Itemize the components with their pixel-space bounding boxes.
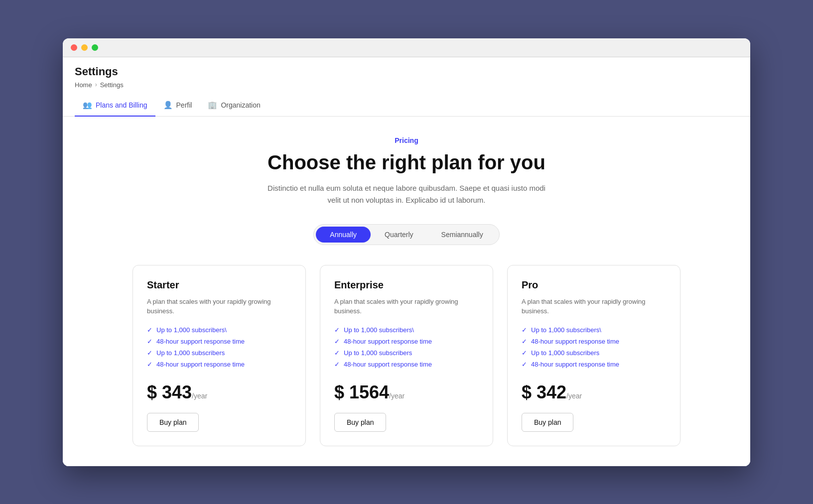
starter-price-period: /year <box>192 392 207 400</box>
enterprise-feature-3: ✓ Up to 1,000 subscribers <box>334 349 479 357</box>
enterprise-feature-1: ✓ Up to 1,000 subscribers\ <box>334 326 479 334</box>
pro-feature-1: ✓ Up to 1,000 subscribers\ <box>522 326 666 334</box>
breadcrumb-separator: › <box>95 81 97 88</box>
check-icon-e4: ✓ <box>334 361 340 368</box>
enterprise-feature-2: ✓ 48-hour support response time <box>334 338 479 345</box>
plans-grid: Starter A plan that scales with your rap… <box>133 265 680 446</box>
close-button[interactable] <box>71 44 77 51</box>
plan-card-pro: Pro A plan that scales with your rapidly… <box>507 265 680 446</box>
check-icon-e3: ✓ <box>334 349 340 357</box>
minimize-button[interactable] <box>81 44 88 51</box>
breadcrumb-home[interactable]: Home <box>75 81 92 89</box>
enterprise-features: ✓ Up to 1,000 subscribers\ ✓ 48-hour sup… <box>334 326 479 368</box>
enterprise-desc: A plan that scales with your rapidly gro… <box>334 297 479 316</box>
check-icon-2: ✓ <box>147 338 152 345</box>
starter-name: Starter <box>147 279 291 291</box>
titlebar <box>63 38 750 57</box>
enterprise-feature-4: ✓ 48-hour support response time <box>334 361 479 368</box>
starter-desc: A plan that scales with your rapidly gro… <box>147 297 291 316</box>
pro-feature-3: ✓ Up to 1,000 subscribers <box>522 349 666 357</box>
toggle-group: Annually Quarterly Semiannually <box>313 224 499 245</box>
app-content: Settings Home › Settings 👥 Plans and Bil… <box>63 57 750 466</box>
perfil-icon: 👤 <box>163 101 173 110</box>
enterprise-price-amount: $ 1564 <box>334 382 389 402</box>
enterprise-price-period: /year <box>389 392 405 400</box>
pricing-description: Distinctio et nulla eum soluta et neque … <box>267 182 546 206</box>
organization-icon: 🏢 <box>208 101 217 110</box>
pro-features: ✓ Up to 1,000 subscribers\ ✓ 48-hour sup… <box>522 326 666 368</box>
starter-feature-3: ✓ Up to 1,000 subscribers <box>147 349 291 357</box>
starter-feature-4: ✓ 48-hour support response time <box>147 361 291 368</box>
pro-feature-4: ✓ 48-hour support response time <box>522 361 666 368</box>
check-icon-e1: ✓ <box>334 326 340 334</box>
enterprise-buy-button[interactable]: Buy plan <box>334 413 386 432</box>
enterprise-name: Enterprise <box>334 279 479 291</box>
check-icon-p3: ✓ <box>522 349 527 357</box>
maximize-button[interactable] <box>92 44 98 51</box>
pro-buy-button[interactable]: Buy plan <box>522 413 573 432</box>
toggle-annually[interactable]: Annually <box>316 227 371 243</box>
pro-name: Pro <box>522 279 666 291</box>
starter-price-amount: $ 343 <box>147 382 192 402</box>
app-window: Settings Home › Settings 👥 Plans and Bil… <box>63 38 750 466</box>
breadcrumb-current: Settings <box>100 81 124 89</box>
plan-card-starter: Starter A plan that scales with your rap… <box>133 265 306 446</box>
breadcrumb: Home › Settings <box>75 81 738 89</box>
check-icon-4: ✓ <box>147 361 152 368</box>
check-icon-p4: ✓ <box>522 361 527 368</box>
tabs-bar: 👥 Plans and Billing 👤 Perfil 🏢 Organizat… <box>63 95 750 117</box>
check-icon-1: ✓ <box>147 326 152 334</box>
tab-perfil-label: Perfil <box>176 101 192 109</box>
pricing-label: Pricing <box>75 136 738 144</box>
starter-feature-2: ✓ 48-hour support response time <box>147 338 291 345</box>
pricing-header: Pricing Choose the right plan for you Di… <box>75 136 738 206</box>
billing-toggle: Annually Quarterly Semiannually <box>75 224 738 245</box>
starter-feature-1: ✓ Up to 1,000 subscribers\ <box>147 326 291 334</box>
check-icon-p2: ✓ <box>522 338 527 345</box>
plan-card-enterprise: Enterprise A plan that scales with your … <box>320 265 493 446</box>
check-icon-e2: ✓ <box>334 338 340 345</box>
pro-price-period: /year <box>566 392 582 400</box>
starter-buy-button[interactable]: Buy plan <box>147 413 199 432</box>
starter-features: ✓ Up to 1,000 subscribers\ ✓ 48-hour sup… <box>147 326 291 368</box>
pro-desc: A plan that scales with your rapidly gro… <box>522 297 666 316</box>
starter-price: $ 343/year <box>147 382 291 403</box>
pro-price: $ 342/year <box>522 382 666 403</box>
tab-organization-label: Organization <box>221 101 260 109</box>
pro-price-amount: $ 342 <box>522 382 566 402</box>
check-icon-3: ✓ <box>147 349 152 357</box>
tab-organization[interactable]: 🏢 Organization <box>200 95 268 117</box>
plans-billing-icon: 👥 <box>83 101 92 110</box>
tab-perfil[interactable]: 👤 Perfil <box>155 95 200 117</box>
enterprise-price: $ 1564/year <box>334 382 479 403</box>
tab-plans-billing-label: Plans and Billing <box>96 101 147 109</box>
toggle-semiannually[interactable]: Semiannually <box>427 227 497 243</box>
toggle-quarterly[interactable]: Quarterly <box>371 227 427 243</box>
pro-feature-2: ✓ 48-hour support response time <box>522 338 666 345</box>
app-title: Settings <box>75 65 738 78</box>
pricing-title: Choose the right plan for you <box>75 150 738 174</box>
header: Settings Home › Settings <box>63 57 750 89</box>
main-content: Pricing Choose the right plan for you Di… <box>63 117 750 466</box>
tab-plans-billing[interactable]: 👥 Plans and Billing <box>75 95 155 117</box>
check-icon-p1: ✓ <box>522 326 527 334</box>
